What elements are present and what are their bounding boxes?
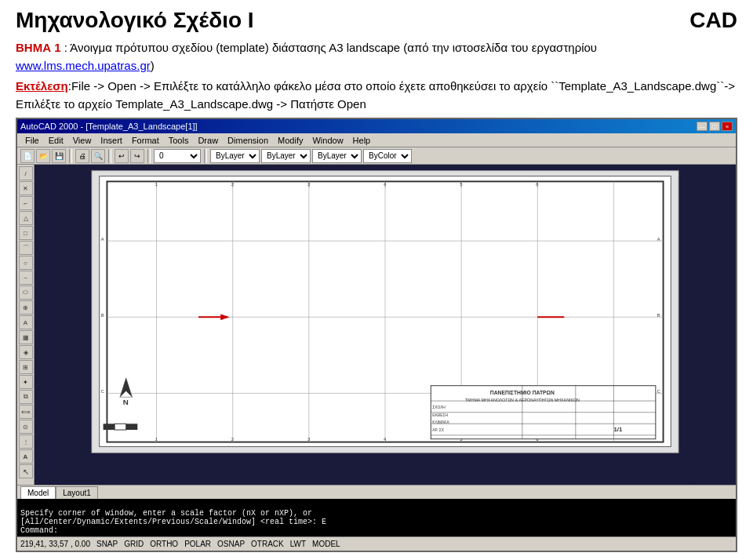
header-row: Μηχανολογικό Σχέδιο Ι CAD	[16, 8, 737, 33]
autocad-window: AutoCAD 2000 - [Template_A3_Landscape[1]…	[16, 118, 737, 552]
menu-dimension[interactable]: Dimension	[223, 136, 273, 145]
lineweight-dropdown[interactable]: ByLayer	[312, 149, 362, 163]
svg-text:C: C	[101, 389, 104, 394]
svg-text:▲: ▲	[124, 373, 130, 380]
redo-btn[interactable]: ↪	[130, 149, 144, 163]
undo-btn[interactable]: ↩	[115, 149, 129, 163]
status-bar: 219,41, 33,57 , 0.00 SNAP GRID ORTHO POL…	[17, 536, 736, 551]
linetype-dropdown[interactable]: ByLayer	[261, 149, 311, 163]
step-link[interactable]: www.lms.mech.upatras.gr	[16, 59, 151, 72]
svg-rect-58	[115, 424, 126, 430]
new-btn[interactable]: 📄	[20, 149, 35, 163]
svg-text:B: B	[101, 313, 104, 318]
grid-toggle[interactable]: GRID	[124, 540, 144, 548]
menu-format[interactable]: Format	[127, 136, 164, 145]
minimize-button[interactable]: —	[697, 122, 708, 131]
tool-xline[interactable]: ✕	[19, 181, 33, 195]
tool-mirror[interactable]: ⟺	[19, 405, 33, 419]
instruction-bold: Εκτέλεση	[16, 79, 68, 93]
autocad-menubar: File Edit View Insert Format Tools Draw …	[17, 133, 736, 147]
plotstyle-dropdown[interactable]: ByColor	[363, 149, 412, 163]
svg-rect-57	[104, 424, 115, 430]
tool-arc[interactable]: ⌒	[19, 241, 33, 255]
snap-toggle[interactable]: SNAP	[96, 540, 118, 548]
tool-table[interactable]: ⊞	[19, 360, 33, 374]
command-line-2: [All/Center/Dynamic/Extents/Previous/Sca…	[20, 518, 733, 526]
svg-text:ΕΚΘΕΣΗ: ΕΚΘΕΣΗ	[432, 413, 448, 417]
tool-insert[interactable]: ⊕	[19, 300, 33, 315]
maximize-button[interactable]: □	[709, 122, 720, 131]
tool-rect[interactable]: □	[19, 226, 33, 240]
command-area: Specify corner of window, enter a scale …	[17, 499, 736, 536]
print-btn[interactable]: 🖨	[75, 149, 89, 163]
svg-text:ΣΧΟΛΗ: ΣΧΟΛΗ	[432, 405, 446, 409]
menu-help[interactable]: Help	[348, 136, 376, 145]
menu-edit[interactable]: Edit	[44, 136, 68, 145]
svg-text:ΑΡ. ΣΧ: ΑΡ. ΣΧ	[432, 428, 445, 432]
menu-view[interactable]: View	[68, 136, 96, 145]
menu-file[interactable]: File	[20, 136, 44, 145]
menu-insert[interactable]: Insert	[96, 136, 127, 145]
svg-text:2: 2	[231, 182, 234, 187]
titlebar-buttons: — □ ×	[697, 122, 733, 131]
tool-polyline[interactable]: ⌐	[19, 196, 33, 210]
cad-drawing: 1 2 3 4 5 6 A B C A B	[35, 165, 736, 485]
autocad-title: AutoCAD 2000 - [Template_A3_Landscape[1]…	[20, 122, 198, 131]
page-container: Μηχανολογικό Σχέδιο Ι CAD ΒΗΜΑ 1 : Άνοιγ…	[0, 0, 753, 560]
drawing-area[interactable]: 1 2 3 4 5 6 A B C A B	[35, 165, 736, 485]
osnap-toggle[interactable]: OSNAP	[217, 540, 245, 548]
svg-text:ΚΛΙΜΑΚΑ: ΚΛΙΜΑΚΑ	[432, 420, 449, 424]
svg-text:ΤΜΗΜΑ ΜΗΧΑΝΟΛΟΓΩΝ & ΑΕΡΟΝΑΥΠΗΓ: ΤΜΗΜΑ ΜΗΧΑΝΟΛΟΓΩΝ & ΑΕΡΟΝΑΥΠΗΓΩΝ ΜΗΧΑΝΙΚ…	[465, 398, 580, 402]
tool-array[interactable]: ⋮	[19, 435, 33, 449]
svg-text:2: 2	[231, 437, 234, 442]
step-description: Άνοιγμα πρότυπου σχεδίου (template) διάσ…	[70, 41, 597, 54]
svg-text:A: A	[101, 237, 104, 242]
step-bold: ΒΗΜΑ 1	[16, 41, 61, 54]
menu-draw[interactable]: Draw	[193, 136, 223, 145]
svg-text:1/1: 1/1	[613, 426, 622, 433]
sep2	[108, 149, 111, 163]
tool-mtext[interactable]: A	[19, 315, 33, 329]
preview-btn[interactable]: 🔍	[91, 149, 105, 163]
svg-text:3: 3	[307, 182, 310, 187]
svg-text:3: 3	[307, 437, 310, 442]
command-line-3[interactable]: Command:	[20, 526, 733, 535]
close-button[interactable]: ×	[722, 122, 733, 131]
tool-hatch[interactable]: ▦	[19, 330, 33, 344]
tool-ellipse[interactable]: ⬭	[19, 285, 33, 300]
tool-polygon[interactable]: △	[19, 211, 33, 225]
polar-toggle[interactable]: POLAR	[184, 540, 211, 548]
menu-window[interactable]: Window	[307, 136, 347, 145]
sep1	[69, 149, 72, 163]
tool-move[interactable]: ✦	[19, 375, 33, 389]
save-btn[interactable]: 💾	[52, 149, 66, 163]
layer-dropdown[interactable]: 0	[154, 149, 201, 163]
open-btn[interactable]: 📂	[36, 149, 50, 163]
tab-bar: Model Layout1	[17, 485, 736, 499]
tab-model[interactable]: Model	[20, 486, 56, 499]
otrack-toggle[interactable]: OTRACK	[251, 540, 284, 548]
svg-rect-59	[126, 424, 138, 430]
cad-label: CAD	[689, 8, 737, 33]
svg-text:ΠΑΝΕΠΙΣΤΗΜΙΟ ΠΑΤΡΩΝ: ΠΑΝΕΠΙΣΤΗΜΙΟ ΠΑΤΡΩΝ	[490, 390, 555, 395]
tool-cursor[interactable]: ↖	[19, 464, 33, 478]
tool-circle[interactable]: ○	[19, 256, 33, 270]
tool-line[interactable]: /	[19, 166, 33, 180]
tool-spline[interactable]: ~	[19, 271, 33, 285]
ortho-toggle[interactable]: ORTHO	[150, 540, 178, 548]
tool-text[interactable]: A	[19, 449, 33, 464]
lwt-toggle[interactable]: LWT	[290, 540, 306, 548]
svg-text:1: 1	[155, 437, 158, 442]
menu-modify[interactable]: Modify	[273, 136, 307, 145]
svg-text:1: 1	[155, 182, 158, 187]
tool-copy[interactable]: ⧉	[19, 390, 33, 404]
tool-region[interactable]: ◈	[19, 345, 33, 359]
tab-layout1[interactable]: Layout1	[56, 486, 98, 499]
step-text: ΒΗΜΑ 1 : Άνοιγμα πρότυπου σχεδίου (templ…	[16, 39, 737, 75]
instruction-detail: :File -> Open -> Επιλέξτε το κατάλληλο φ…	[16, 79, 735, 111]
svg-text:5: 5	[460, 182, 462, 187]
model-toggle[interactable]: MODEL	[312, 540, 340, 548]
menu-tools[interactable]: Tools	[164, 136, 194, 145]
color-dropdown[interactable]: ByLayer	[210, 149, 260, 163]
tool-offset[interactable]: ⊙	[19, 420, 33, 434]
